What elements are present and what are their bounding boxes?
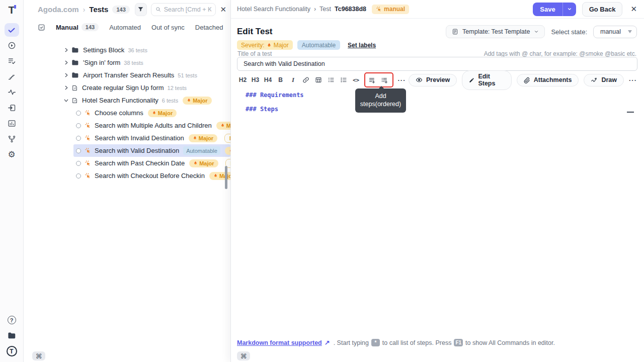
tests-tree: Settings Block 36 tests 'Sign in' form 3… — [24, 44, 230, 182]
bold-button[interactable]: B — [275, 74, 286, 86]
template-dropdown[interactable]: Template: Test Template — [446, 25, 545, 38]
branch-icon[interactable] — [5, 132, 19, 146]
page-title: Edit Test — [237, 27, 273, 37]
filter-button[interactable] — [135, 3, 147, 16]
settings-gear-icon[interactable]: ⚙ — [5, 148, 19, 161]
link-icon[interactable] — [300, 74, 311, 86]
test-radio[interactable] — [76, 111, 81, 116]
test-row-valid-destination-selected[interactable]: Search with Valid Destination Automatabl… — [73, 144, 230, 157]
external-link-arrow-icon[interactable]: ↗ — [325, 339, 330, 346]
search-box[interactable] — [151, 3, 216, 16]
pulse-activity-icon[interactable] — [5, 85, 19, 99]
bullet-list-icon[interactable] — [338, 74, 349, 86]
chevron-right-icon[interactable] — [63, 72, 69, 78]
severity-label: Major — [199, 160, 214, 166]
code-button[interactable]: <> — [350, 74, 362, 86]
editor-line-requirements[interactable]: ### Requirements — [246, 92, 304, 99]
chevron-right-icon[interactable] — [63, 85, 69, 90]
account-avatar[interactable]: T — [5, 344, 19, 358]
runs-play-icon[interactable] — [5, 39, 19, 52]
tests-check-icon[interactable] — [5, 23, 19, 37]
tab-manual[interactable]: Manual 143 — [56, 23, 99, 31]
add-steps-ordered-icon[interactable] — [379, 74, 390, 86]
tab-automated[interactable]: Automated — [109, 24, 141, 31]
test-row-choose-columns[interactable]: Choose columns Major — [73, 107, 230, 119]
editor-line-steps[interactable]: ### Steps — [246, 106, 278, 113]
italic-button[interactable]: I — [287, 74, 299, 86]
test-radio[interactable] — [76, 173, 81, 178]
chevron-right-icon[interactable] — [63, 47, 69, 53]
breadcrumb-parent[interactable]: Hotel Search Functionality — [237, 6, 310, 13]
test-title-input[interactable] — [237, 57, 637, 71]
help-icon[interactable]: ? — [5, 313, 19, 327]
test-row-multiple-adults[interactable]: Search with Multiple Adults and Children… — [73, 119, 230, 132]
add-steps-icon[interactable] — [366, 74, 378, 86]
docs-folder-icon[interactable] — [5, 329, 19, 342]
close-panel-icon[interactable]: ✕ — [630, 5, 637, 14]
manual-state-badge: manual — [372, 5, 409, 14]
breadcrumb-section[interactable]: Tests — [89, 5, 108, 14]
edit-steps-button[interactable]: Edit Steps — [462, 70, 511, 90]
tags-hint: Add tags with @ char, for example: @smok… — [484, 50, 636, 57]
automatable-badge[interactable]: Automatable — [297, 40, 340, 50]
severity-badge[interactable]: Severity: Major — [237, 40, 293, 50]
preview-button[interactable]: Preview — [409, 74, 457, 86]
breadcrumb-project[interactable]: Agoda.com — [38, 5, 79, 14]
folder-count: 51 tests — [178, 72, 197, 78]
chevron-down-icon[interactable] — [63, 98, 69, 103]
test-radio[interactable] — [76, 136, 81, 141]
save-split-button[interactable]: Save — [533, 3, 576, 16]
close-icon[interactable]: ✕ — [220, 5, 226, 14]
toolbar-more-button[interactable]: ··· — [396, 74, 408, 86]
steps-stairs-icon[interactable] — [5, 70, 19, 83]
test-radio[interactable] — [76, 123, 81, 128]
severity-prefix: Severity: — [241, 42, 265, 49]
select-all-icon[interactable] — [38, 23, 45, 32]
search-input[interactable] — [164, 6, 212, 13]
detail-header: Hotel Search Functionality › Test Tc9683… — [231, 0, 644, 19]
suite-row-create-sign-up[interactable]: Create regular Sign Up form 12 tests — [24, 81, 230, 94]
test-radio[interactable] — [76, 148, 81, 153]
add-steps-tooltip: Add steps(ordered) — [355, 88, 406, 113]
table-icon[interactable] — [312, 74, 324, 86]
attachments-label: Attachments — [534, 76, 572, 83]
attachments-button[interactable]: Attachments — [517, 74, 579, 86]
actions-more-button[interactable]: ··· — [629, 76, 637, 84]
app-logo[interactable]: T — [9, 3, 15, 17]
suite-row-hotel-search[interactable]: Hotel Search Functionality 6 tests Major — [24, 94, 230, 107]
tab-detached[interactable]: Detached — [195, 24, 223, 31]
import-icon[interactable] — [5, 101, 19, 115]
set-labels-link[interactable]: Set labels — [348, 42, 376, 49]
save-button[interactable]: Save — [533, 3, 562, 16]
heading4-button[interactable]: H4 — [262, 74, 274, 86]
plans-list-icon[interactable] — [5, 54, 19, 68]
draw-button[interactable]: Draw — [584, 74, 624, 86]
severity-label: Major — [199, 135, 213, 141]
markdown-help-link[interactable]: Markdown format supported — [237, 339, 322, 346]
folder-row-sign-in-form[interactable]: 'Sign in' form 38 tests — [24, 56, 230, 69]
flame-icon — [267, 42, 272, 48]
analytics-icon[interactable] — [5, 117, 19, 130]
test-radio[interactable] — [76, 161, 81, 166]
tree-scrollbar[interactable] — [225, 166, 227, 189]
test-row-past-checkin[interactable]: Search with Past Checkin Date Major New … — [73, 157, 230, 169]
save-dropdown-chevron-icon[interactable] — [562, 3, 576, 16]
tab-out-of-sync[interactable]: Out of sync — [151, 24, 185, 31]
go-back-button[interactable]: Go Back — [582, 2, 623, 17]
manual-test-icon — [85, 172, 91, 179]
folder-icon — [71, 47, 79, 53]
state-select[interactable]: manual — [593, 26, 637, 38]
resize-handle[interactable] — [627, 112, 634, 113]
test-row-invalid-destination[interactable]: Search with Invalid Destination Major Ne… — [73, 132, 230, 144]
tree-header: Agoda.com › Tests 143 ✕ — [24, 0, 230, 19]
folder-count: 36 tests — [128, 47, 147, 53]
folder-row-settings-block[interactable]: Settings Block 36 tests — [24, 44, 230, 56]
chevron-right-icon[interactable] — [63, 60, 69, 65]
heading2-button[interactable]: H2 — [237, 74, 249, 86]
severity-badge: Major — [183, 97, 211, 105]
test-row-checkout-before-checkin[interactable]: Search with Checkout Before Checkin Majo… — [73, 169, 230, 182]
heading3-button[interactable]: H3 — [250, 74, 261, 86]
folder-row-airport-transfer[interactable]: Airport Transfer Search Results 51 tests — [24, 69, 230, 81]
ordered-list-icon[interactable] — [325, 74, 337, 86]
chevron-down-icon — [534, 29, 539, 34]
